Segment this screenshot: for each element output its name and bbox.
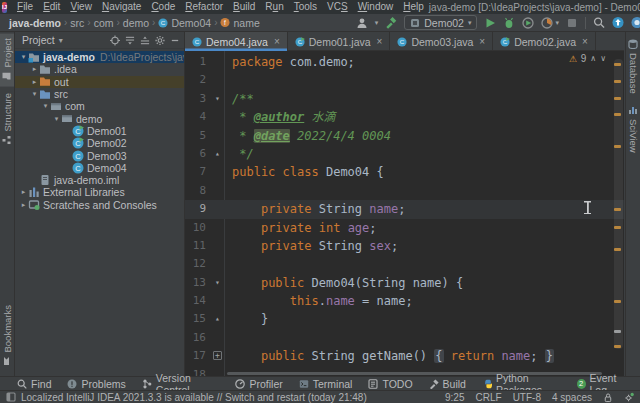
tool-stripe-database[interactable]: Database bbox=[626, 34, 640, 98]
tree-item--idea[interactable]: ▸.idea bbox=[15, 63, 184, 75]
warning-stripe-mark[interactable] bbox=[614, 97, 621, 100]
code-line-13[interactable]: 13▾ public Demo04(String name) { bbox=[185, 274, 624, 292]
tree-item-demo03[interactable]: CDemo03 bbox=[15, 149, 184, 161]
tool-button-problems[interactable]: Problems bbox=[59, 377, 133, 391]
chevron-right-icon[interactable]: ▸ bbox=[30, 78, 39, 86]
tool-button-profiler[interactable]: Profiler bbox=[227, 377, 290, 391]
lock-icon[interactable] bbox=[603, 392, 613, 402]
warning-stripe-mark[interactable] bbox=[614, 145, 621, 148]
avatar-icon[interactable] bbox=[356, 17, 368, 29]
fold-open-icon[interactable]: ▾ bbox=[211, 90, 224, 108]
code-line-8[interactable]: 8 bbox=[185, 182, 624, 200]
chevron-down-icon[interactable]: ▾ bbox=[59, 36, 63, 45]
editor-tab-demo03-java[interactable]: CDemo03.java× bbox=[390, 32, 493, 51]
code-line-11[interactable]: 11 private String sex; bbox=[185, 237, 624, 255]
code-line-16[interactable]: 16 bbox=[185, 329, 624, 347]
status-message[interactable]: Localized IntelliJ IDEA 2021.3.3 is avai… bbox=[21, 392, 367, 403]
chevron-down-icon[interactable]: ▾ bbox=[41, 102, 50, 110]
expand-all-icon[interactable] bbox=[125, 35, 135, 45]
project-panel-title[interactable]: Project bbox=[22, 34, 55, 46]
close-icon[interactable]: × bbox=[377, 36, 383, 47]
editor-tab-demo04-java[interactable]: CDemo04.java× bbox=[185, 32, 288, 51]
fold-open-icon[interactable]: ▾ bbox=[211, 274, 224, 292]
warning-stripe-mark[interactable] bbox=[614, 226, 621, 229]
stripe-mark[interactable] bbox=[614, 330, 621, 333]
chevron-down-icon[interactable]: ▾ bbox=[30, 90, 39, 98]
close-icon[interactable]: × bbox=[274, 36, 280, 47]
tool-stripe-project[interactable]: Project bbox=[0, 34, 14, 87]
fold-plus-icon[interactable]: + bbox=[211, 347, 224, 365]
tree-item-external-libraries[interactable]: ▸External Libraries bbox=[15, 186, 184, 198]
tool-stripe-bookmarks[interactable]: Bookmarks bbox=[0, 301, 14, 372]
code-line-1[interactable]: 1package com.demo; bbox=[185, 53, 624, 71]
breadcrumb-item-src[interactable]: src bbox=[69, 17, 85, 29]
tool-button-build[interactable]: Build bbox=[421, 377, 474, 391]
toolwindow-switcher-icon[interactable] bbox=[6, 392, 16, 402]
breadcrumb-item-name[interactable]: fname bbox=[219, 17, 260, 29]
indent-setting[interactable]: 4 spaces bbox=[552, 392, 592, 403]
code-line-14[interactable]: 14 this.name = name; bbox=[185, 292, 624, 310]
menu-edit[interactable]: Edit bbox=[38, 0, 65, 14]
breadcrumb-item-demo[interactable]: demo bbox=[122, 17, 150, 29]
fold-close-icon[interactable]: ▴ bbox=[211, 310, 224, 328]
warning-stripe-mark[interactable] bbox=[614, 63, 621, 66]
file-encoding[interactable]: UTF-8 bbox=[513, 392, 541, 403]
vertical-scrollbar[interactable] bbox=[614, 59, 623, 349]
warning-stripe-mark[interactable] bbox=[614, 208, 621, 211]
locate-icon[interactable] bbox=[110, 35, 120, 45]
fold-close-icon[interactable]: ▴ bbox=[211, 145, 224, 163]
menu-help[interactable]: Help bbox=[398, 0, 429, 14]
stop-button[interactable] bbox=[566, 17, 578, 29]
code-editor[interactable]: 1package com.demo;23▾/**4 * @author 水滴5 … bbox=[185, 51, 624, 376]
next-warning-icon[interactable]: ∨ bbox=[600, 54, 606, 63]
code-line-15[interactable]: 15▴ } bbox=[185, 310, 624, 328]
search-everywhere-icon[interactable] bbox=[593, 17, 605, 29]
profiler-button[interactable] bbox=[541, 17, 553, 29]
tree-item-demo01[interactable]: CDemo01 bbox=[15, 125, 184, 137]
menu-navigate[interactable]: Navigate bbox=[97, 0, 146, 14]
code-line-12[interactable]: 12 bbox=[185, 255, 624, 273]
avatar-dropdown-icon[interactable]: ▾ bbox=[375, 19, 379, 27]
tool-button-find[interactable]: Find bbox=[9, 377, 59, 391]
warning-stripe-mark[interactable] bbox=[614, 300, 621, 303]
tree-item-demo04[interactable]: CDemo04 bbox=[15, 162, 184, 174]
breadcrumb-item-demo04[interactable]: CDemo04 bbox=[157, 17, 212, 29]
menu-refactor[interactable]: Refactor bbox=[180, 0, 228, 14]
tree-item-scratches-and-consoles[interactable]: ▸Scratches and Consoles bbox=[15, 199, 184, 211]
tree-item-demo[interactable]: ▾demo bbox=[15, 112, 184, 124]
collapse-all-icon[interactable] bbox=[140, 35, 150, 45]
menu-tools[interactable]: Tools bbox=[289, 0, 322, 14]
tree-item-demo02[interactable]: CDemo02 bbox=[15, 137, 184, 149]
tool-button-todo[interactable]: TODO bbox=[360, 377, 420, 391]
chevron-right-icon[interactable]: ▸ bbox=[19, 188, 28, 196]
tool-stripe-sciview[interactable]: SciView bbox=[626, 100, 640, 157]
tree-item-java-demo-iml[interactable]: java-demo.iml bbox=[15, 174, 184, 186]
code-line-7[interactable]: 7public class Demo04 { bbox=[185, 163, 624, 181]
inspections-widget[interactable]: ⚠ 9 ∧ ∨ bbox=[569, 53, 606, 64]
prev-warning-icon[interactable]: ∧ bbox=[590, 54, 596, 63]
tool-stripe-structure[interactable]: Structure bbox=[0, 89, 14, 151]
code-line-4[interactable]: 4 * @author 水滴 bbox=[185, 108, 624, 126]
build-hammer-icon[interactable] bbox=[385, 17, 397, 29]
menu-file[interactable]: File bbox=[12, 0, 38, 14]
caret-position[interactable]: 9:25 bbox=[445, 392, 464, 403]
close-icon[interactable]: × bbox=[479, 36, 485, 47]
menu-run[interactable]: Run bbox=[260, 0, 288, 14]
close-icon[interactable]: × bbox=[582, 36, 588, 47]
coverage-button[interactable] bbox=[522, 17, 534, 29]
profiler-dropdown-icon[interactable]: ▾ bbox=[555, 19, 559, 27]
tool-button-terminal[interactable]: Terminal bbox=[291, 377, 361, 391]
breadcrumb-item-java-demo[interactable]: java-demo bbox=[8, 17, 62, 29]
warning-stripe-mark[interactable] bbox=[614, 80, 621, 83]
menu-build[interactable]: Build bbox=[228, 0, 260, 14]
tree-item-java-demo[interactable]: ▾java-demoD:\IdeaProjects\java-demo bbox=[15, 51, 184, 63]
run-button[interactable] bbox=[484, 17, 496, 29]
code-line-6[interactable]: 6▴ */ bbox=[185, 145, 624, 163]
tool-button-python-packages[interactable]: Python Packages bbox=[474, 377, 577, 391]
run-configuration-select[interactable]: Demo02 ▾ bbox=[404, 15, 477, 30]
chevron-down-icon[interactable]: ▾ bbox=[52, 115, 61, 123]
tool-button-version-control[interactable]: Version Control bbox=[134, 377, 228, 391]
warning-stripe-mark[interactable] bbox=[614, 113, 621, 116]
tree-item-out[interactable]: ▸out bbox=[15, 76, 184, 88]
code-line-3[interactable]: 3▾/** bbox=[185, 90, 624, 108]
